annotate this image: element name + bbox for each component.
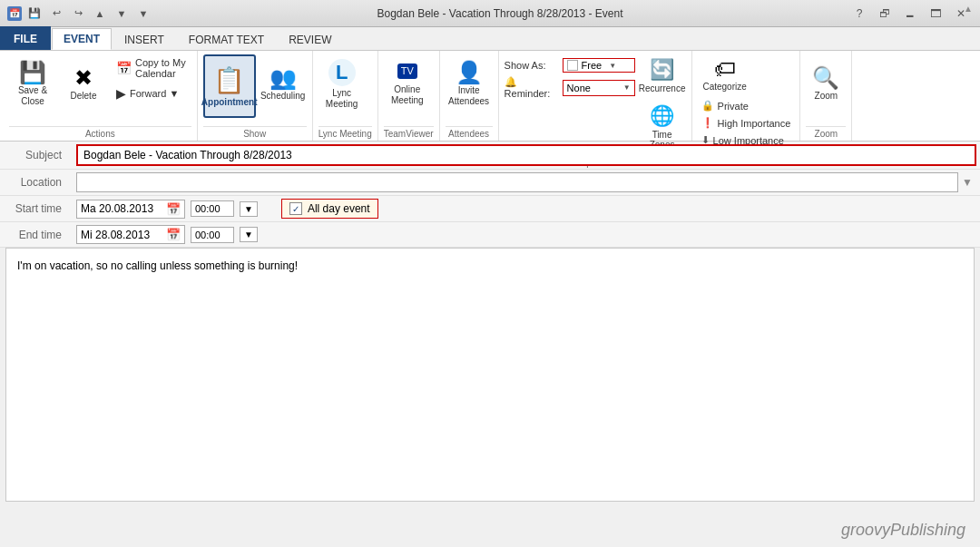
show-as-row: Show As: Free ▼ xyxy=(505,58,635,73)
reminder-label: 🔔 Reminder: xyxy=(505,76,559,99)
tv-group-label: TeamViewer xyxy=(384,126,434,139)
zoom-content: 🔍 Zoom xyxy=(806,54,846,124)
reminder-arrow: ▼ xyxy=(623,83,631,92)
attendees-content: 👤 InviteAttendees xyxy=(446,54,493,124)
recurrence-icon: 🔄 xyxy=(650,58,674,82)
event-body-area[interactable]: I'm on vacation, so no calling unless so… xyxy=(5,248,975,502)
title-bar: 📅 💾 ↩ ↪ ▲ ▼ ▼ Bogdan Bele - Vacation Thr… xyxy=(0,0,980,27)
copy-to-calendar-button[interactable]: 📅 Copy to MyCalendar xyxy=(111,54,191,82)
scheduling-icon: 👥 xyxy=(270,67,297,89)
tags-content: 🏷 Categorize 🔒 Private ❗ High Importance… xyxy=(698,54,795,148)
app-icon: 📅 xyxy=(7,6,22,21)
minimize-button[interactable]: 🗕 xyxy=(898,4,922,24)
all-day-checkbox[interactable]: ✓ xyxy=(289,202,302,215)
delete-label: Delete xyxy=(71,91,97,102)
ribbon-group-attendees: 👤 InviteAttendees Attendees xyxy=(440,51,499,141)
watermark: groovyPublishing xyxy=(841,521,965,540)
high-importance-button[interactable]: ❗ High Importance xyxy=(698,115,795,131)
window-title: Bogdan Bele - Vacation Through 8/28/2013… xyxy=(152,7,848,20)
actions-content: 💾 Save &Close ✖ Delete 📅 Copy to MyCalen… xyxy=(9,54,191,124)
restore-button[interactable]: 🗗 xyxy=(873,4,897,24)
window-controls: ? 🗗 🗕 🗖 ✕ xyxy=(848,4,973,24)
start-cal-icon[interactable]: 📅 xyxy=(166,202,181,216)
lync-content: L LyncMeeting xyxy=(318,54,372,124)
lync-meeting-button[interactable]: L LyncMeeting xyxy=(318,54,366,114)
end-date-value: Mi 28.08.2013 xyxy=(81,229,150,241)
save-close-button[interactable]: 💾 Save &Close xyxy=(9,54,56,114)
teamviewer-button[interactable]: TV OnlineMeeting xyxy=(384,54,431,114)
start-date-input[interactable]: Ma 20.08.2013 📅 xyxy=(76,200,185,219)
show-group-label: Show xyxy=(203,126,307,139)
location-label: Location xyxy=(0,172,73,192)
qat-undo[interactable]: ↩ xyxy=(47,5,65,23)
qat-more[interactable]: ▼ xyxy=(134,5,152,23)
subject-label: Subject xyxy=(0,145,73,165)
ribbon-group-actions: 💾 Save &Close ✖ Delete 📅 Copy to MyCalen… xyxy=(4,51,198,141)
end-time-dropdown[interactable]: ▼ xyxy=(240,227,258,242)
save-close-icon: 💾 xyxy=(19,62,46,83)
end-date-input[interactable]: Mi 28.08.2013 📅 xyxy=(76,225,185,244)
end-time-input[interactable] xyxy=(191,227,234,243)
qat-save[interactable]: 💾 xyxy=(25,5,44,23)
scheduling-button[interactable]: 👥 Scheduling xyxy=(260,54,307,114)
qat-down[interactable]: ▼ xyxy=(113,5,131,23)
copy-label: Copy to MyCalendar xyxy=(135,57,186,79)
options-content: Show As: Free ▼ 🔔 Reminder: None ▼ xyxy=(505,54,686,153)
zoom-label: Zoom xyxy=(815,91,838,102)
tab-insert[interactable]: INSERT xyxy=(113,28,176,50)
ribbon-group-show: 📋 Appointment 👥 Scheduling Show xyxy=(198,51,313,141)
maximize-button[interactable]: 🗖 xyxy=(924,4,947,24)
reminder-row: 🔔 Reminder: None ▼ xyxy=(505,76,635,99)
start-time-input[interactable] xyxy=(191,200,234,217)
appointment-label: Appointment xyxy=(201,97,258,107)
recurrence-button[interactable]: 🔄 Recurrence xyxy=(639,54,686,97)
tab-event[interactable]: EVENT xyxy=(52,28,112,50)
show-as-label: Show As: xyxy=(505,60,559,71)
location-input[interactable] xyxy=(76,172,958,192)
location-dropdown-arrow[interactable]: ▼ xyxy=(962,176,980,189)
all-day-area: ✓ All day event xyxy=(281,199,378,219)
reminder-dropdown[interactable]: None ▼ xyxy=(563,80,635,96)
appointment-button[interactable]: 📋 Appointment xyxy=(203,54,256,118)
lync-group-label: Lync Meeting xyxy=(318,126,372,139)
zoom-button[interactable]: 🔍 Zoom xyxy=(806,54,846,114)
show-as-dropdown[interactable]: Free ▼ xyxy=(563,58,635,73)
tab-review[interactable]: REVIEW xyxy=(277,28,343,50)
show-as-checkbox xyxy=(567,60,578,71)
actions-col: 📅 Copy to MyCalendar ▶ Forward ▼ xyxy=(111,54,191,103)
reminder-value: None xyxy=(567,83,591,93)
ribbon-group-tags: 🏷 Categorize 🔒 Private ❗ High Importance… xyxy=(692,51,801,141)
private-label: Private xyxy=(718,101,749,112)
lync-icon: L xyxy=(328,59,356,86)
forward-button[interactable]: ▶ Forward ▼ xyxy=(111,83,184,103)
ribbon-group-options: Show As: Free ▼ 🔔 Reminder: None ▼ xyxy=(499,51,692,141)
tab-file[interactable]: FILE xyxy=(0,26,51,50)
invite-attendees-button[interactable]: 👤 InviteAttendees xyxy=(446,54,493,114)
recurrence-timezone: 🔄 Recurrence 🌐 TimeZones xyxy=(639,54,686,153)
end-cal-icon[interactable]: 📅 xyxy=(166,228,181,241)
zoom-icon: 🔍 xyxy=(812,67,839,89)
event-body-text: I'm on vacation, so no calling unless so… xyxy=(17,259,298,272)
start-time-dropdown[interactable]: ▼ xyxy=(240,201,258,217)
tab-format-text[interactable]: FORMAT TEXT xyxy=(177,28,276,50)
qat-redo[interactable]: ↪ xyxy=(69,5,87,23)
start-time-inputs: Ma 20.08.2013 📅 ▼ ✓ All day event xyxy=(73,196,382,221)
high-importance-label: High Importance xyxy=(718,118,791,129)
categorize-icon: 🏷 xyxy=(714,58,736,80)
categorize-button[interactable]: 🏷 Categorize xyxy=(698,54,752,96)
ribbon-collapse-button[interactable]: ▲ xyxy=(964,4,973,14)
qat-up[interactable]: ▲ xyxy=(91,5,109,23)
show-as-arrow: ▼ xyxy=(609,62,616,70)
private-icon: 🔒 xyxy=(701,100,714,112)
delete-button[interactable]: ✖ Delete xyxy=(60,54,107,114)
save-close-label: Save &Close xyxy=(18,85,47,107)
private-button[interactable]: 🔒 Private xyxy=(698,98,795,113)
end-time-row: End time Mi 28.08.2013 📅 ▼ xyxy=(0,222,980,248)
copy-icon: 📅 xyxy=(116,61,132,75)
help-button[interactable]: ? xyxy=(848,4,871,24)
subject-input[interactable] xyxy=(76,144,976,166)
appointment-icon: 📋 xyxy=(213,65,245,95)
ribbon-tabs: FILE EVENT INSERT FORMAT TEXT REVIEW xyxy=(0,27,980,51)
ribbon: 💾 Save &Close ✖ Delete 📅 Copy to MyCalen… xyxy=(0,51,980,142)
timezone-icon: 🌐 xyxy=(650,104,674,128)
